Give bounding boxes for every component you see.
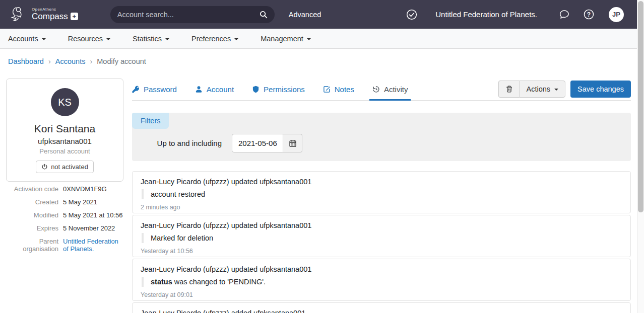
main-menu: Accounts Resources Statistics Preference… — [0, 29, 637, 49]
menu-resources-label: Resources — [68, 35, 103, 43]
filters-panel: Filters Up to and including — [132, 113, 631, 161]
page-scrollbar — [637, 0, 644, 313]
chevron-down-icon — [42, 38, 46, 40]
current-organisation-link[interactable]: Untitled Federation of Planets. — [435, 10, 537, 19]
openathens-logo-icon — [10, 5, 27, 24]
status-badge[interactable]: not activated — [36, 161, 94, 173]
breadcrumb-separator: › — [90, 57, 92, 65]
account-search-input[interactable] — [117, 11, 260, 19]
activity-title: Jean-Lucy Picardo (ufpzzz) updated ufpks… — [141, 221, 622, 229]
detail-label: Modified — [6, 211, 58, 219]
key-icon — [132, 86, 140, 93]
date-input[interactable] — [232, 134, 283, 152]
menu-preferences[interactable]: Preferences — [191, 35, 238, 43]
activity-item: Jean-Lucy Picardo (ufpzzz) updated ufpks… — [132, 259, 631, 301]
menu-resources[interactable]: Resources — [68, 35, 110, 43]
date-filter-row: Up to and including — [132, 134, 302, 152]
detail-value-activation-code: 0XNVDM1F9G — [63, 185, 123, 193]
detail-label: Created — [6, 198, 58, 206]
chevron-down-icon — [165, 38, 169, 40]
calendar-button[interactable] — [283, 134, 302, 152]
detail-value-expires: 5 November 2022 — [63, 224, 123, 232]
activity-detail-text: Marked for deletion — [151, 234, 213, 242]
detail-label: Activation code — [6, 185, 58, 193]
breadcrumb: Dashboard › Accounts › Modify account — [8, 57, 146, 65]
tab-permissions[interactable]: Permissions — [252, 79, 305, 100]
account-search — [110, 6, 275, 23]
profile-username: ufpksantana001 — [12, 137, 118, 145]
trash-icon — [505, 85, 513, 93]
save-changes-button[interactable]: Save changes — [570, 81, 631, 98]
shield-icon — [252, 86, 260, 93]
detail-label: Expires — [6, 224, 58, 232]
breadcrumb-accounts[interactable]: Accounts — [55, 57, 86, 65]
breadcrumb-current: Modify account — [97, 57, 146, 65]
activity-title: Jean-Lucy Picardo (ufpzzz) updated ufpks… — [141, 265, 622, 273]
brand-openathens-label: OpenAthens — [32, 8, 78, 12]
filters-tab[interactable]: Filters — [132, 113, 169, 129]
search-icon[interactable] — [260, 11, 268, 19]
menu-statistics[interactable]: Statistics — [133, 35, 169, 43]
chat-icon[interactable] — [558, 9, 570, 20]
check-circle-icon[interactable] — [406, 9, 417, 20]
profile-details: Activation code 0XNVDM1F9G Created 5 May… — [6, 185, 123, 253]
history-icon — [372, 86, 380, 93]
activity-item: Jean-Lucy Picardo (ufpzzz) updated ufpks… — [132, 171, 631, 213]
quote-bar — [142, 233, 144, 243]
menu-preferences-label: Preferences — [191, 35, 231, 43]
breadcrumb-dashboard[interactable]: Dashboard — [8, 57, 44, 65]
activity-timestamp: 2 minutes ago — [141, 204, 622, 211]
activity-detail: account restored — [142, 189, 622, 199]
top-navbar: OpenAthens Compass + Advanced Untitled F… — [0, 0, 637, 29]
help-icon[interactable]: ? — [583, 9, 595, 20]
activity-item: Jean-Lucy Picardo (ufpzzz) added ufpksan… — [132, 302, 631, 313]
activity-detail: status was changed to 'PENDING'. — [142, 277, 622, 287]
tab-account[interactable]: Account — [195, 79, 234, 100]
chevron-down-icon — [106, 38, 110, 40]
tab-password-label: Password — [144, 85, 177, 94]
tab-notes-label: Notes — [335, 85, 354, 94]
date-filter-label: Up to and including — [132, 139, 222, 147]
breadcrumb-separator: › — [48, 57, 51, 65]
detail-value-modified: 5 May 2021 at 10:56 — [63, 211, 123, 219]
profile-avatar: KS — [51, 88, 79, 116]
activity-detail-bold: status — [151, 278, 172, 286]
brand[interactable]: OpenAthens Compass + — [10, 5, 78, 24]
menu-management-label: Management — [261, 35, 303, 43]
advanced-search-link[interactable]: Advanced — [289, 11, 321, 19]
tab-activity-label: Activity — [384, 85, 408, 94]
brand-text: OpenAthens Compass + — [32, 8, 78, 21]
parent-organisation-link[interactable]: Untitled Federation of Planets. — [63, 238, 118, 253]
chevron-down-icon — [554, 89, 558, 91]
delete-button[interactable] — [498, 81, 520, 98]
tab-permissions-label: Permissions — [264, 85, 305, 94]
activity-detail-text: account restored — [151, 190, 205, 198]
menu-management[interactable]: Management — [261, 35, 311, 43]
quote-bar — [142, 189, 144, 199]
person-icon — [195, 86, 203, 93]
activity-item: Jean-Lucy Picardo (ufpzzz) updated ufpks… — [132, 215, 631, 257]
actions-dropdown-button[interactable]: Actions — [520, 81, 566, 98]
menu-accounts-label: Accounts — [8, 35, 38, 43]
tab-password[interactable]: Password — [132, 79, 177, 100]
navbar-right: Untitled Federation of Planets. ? JP — [406, 7, 624, 22]
detail-value-created: 5 May 2021 — [63, 198, 123, 206]
activity-timestamp: Yesterday at 09:01 — [141, 291, 622, 298]
main-content: Password Account Permissions — [132, 79, 631, 313]
scrollbar-thumb[interactable] — [638, 1, 643, 212]
profile-name: Kori Santana — [12, 123, 118, 135]
tab-activity[interactable]: Activity — [372, 79, 408, 100]
menu-accounts[interactable]: Accounts — [8, 35, 46, 43]
toolbar: Actions Save changes — [498, 81, 631, 98]
account-tabs: Password Account Permissions — [132, 79, 631, 101]
power-icon — [41, 164, 48, 170]
user-avatar[interactable]: JP — [609, 7, 624, 22]
tab-notes[interactable]: Notes — [323, 79, 354, 100]
tab-account-label: Account — [207, 85, 234, 94]
profile-card: KS Kori Santana ufpksantana001 Personal … — [6, 79, 123, 182]
profile-account-type: Personal account — [12, 147, 118, 155]
activity-detail: Marked for deletion — [142, 233, 622, 243]
activity-timestamp: Yesterday at 10:56 — [141, 248, 622, 255]
chevron-down-icon — [307, 38, 311, 40]
brand-compass-label: Compass — [32, 12, 68, 21]
